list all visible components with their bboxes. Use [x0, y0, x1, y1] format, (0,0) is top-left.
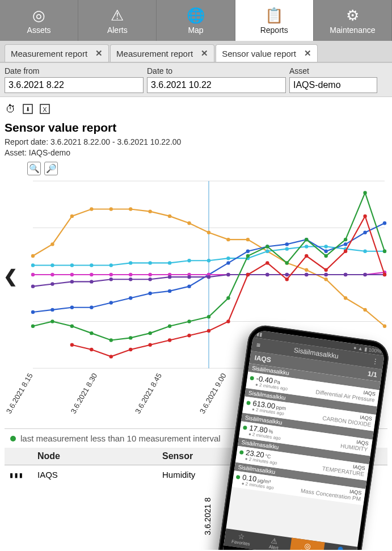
svg-point-102 [344, 273, 347, 276]
tab-sensor-value-report[interactable]: Sensor value report✕ [216, 44, 318, 62]
svg-point-128 [148, 343, 151, 346]
svg-point-120 [324, 254, 327, 258]
close-icon[interactable]: ✕ [199, 48, 208, 58]
svg-point-17 [168, 214, 171, 217]
svg-point-36 [168, 261, 171, 264]
asset-label: Asset [289, 66, 377, 75]
svg-point-140 [383, 273, 386, 276]
svg-point-48 [31, 310, 35, 314]
svg-point-110 [129, 336, 132, 339]
svg-point-18 [187, 221, 191, 225]
svg-point-96 [226, 273, 230, 276]
svg-point-114 [207, 315, 210, 318]
nav-maintenance[interactable]: ⚙Maintenance [314, 0, 392, 41]
svg-point-61 [285, 242, 289, 246]
tool-icons: ⏱ ⬇ X [0, 97, 392, 121]
svg-point-95 [207, 275, 210, 279]
svg-point-56 [187, 284, 191, 288]
nav-assets[interactable]: ◎Assets [0, 0, 78, 41]
svg-point-94 [187, 275, 191, 279]
date-from-label: Date from [5, 66, 144, 75]
svg-point-137 [324, 268, 327, 271]
svg-point-72 [129, 273, 132, 276]
svg-point-58 [226, 261, 230, 264]
globe-icon: 🌐 [187, 7, 205, 24]
alert-icon: ⚠ [111, 7, 124, 24]
svg-point-42 [285, 247, 289, 250]
svg-point-24 [305, 268, 308, 271]
svg-point-15 [129, 207, 132, 211]
svg-point-116 [246, 254, 250, 258]
date-from-input[interactable] [5, 77, 144, 93]
nav-map[interactable]: 🌐Map [157, 0, 235, 41]
svg-point-129 [168, 338, 171, 342]
svg-point-34 [129, 261, 132, 264]
nav-reports[interactable]: 📋Reports [235, 0, 314, 41]
report-title: Sensor value report [5, 121, 387, 134]
close-icon[interactable]: ✕ [302, 48, 311, 58]
tab-measurement-report-2[interactable]: Measurement report✕ [110, 44, 214, 62]
svg-point-138 [344, 249, 347, 253]
svg-point-37 [187, 259, 191, 262]
close-icon[interactable]: ✕ [93, 48, 103, 58]
legend-dot-green [10, 436, 16, 441]
svg-point-70 [90, 273, 93, 276]
zoom-out-icon[interactable]: 🔎 [44, 162, 58, 175]
svg-point-21 [246, 238, 250, 241]
svg-point-55 [168, 289, 171, 292]
svg-point-33 [109, 263, 113, 267]
sub-tab-bar: Measurement report✕ Measurement report✕ … [0, 41, 392, 62]
svg-point-117 [265, 245, 269, 248]
svg-text:3.6.2021 9.00: 3.6.2021 9.00 [198, 372, 228, 415]
svg-point-103 [363, 273, 366, 276]
nav-alerts[interactable]: ⚠Alerts [78, 0, 157, 41]
svg-point-26 [344, 296, 347, 300]
svg-point-31 [70, 263, 74, 267]
stopwatch-icon[interactable]: ⏱ [5, 103, 17, 115]
tab-measurement-report-1[interactable]: Measurement report✕ [5, 44, 109, 62]
main-nav: ◎Assets ⚠Alerts 🌐Map 📋Reports ⚙Maintenan… [0, 0, 392, 41]
svg-point-29 [31, 263, 35, 267]
svg-point-12 [70, 214, 74, 217]
svg-point-66 [383, 221, 386, 225]
svg-point-71 [109, 273, 113, 276]
svg-point-39 [226, 256, 230, 260]
svg-point-98 [265, 273, 269, 276]
svg-point-118 [285, 261, 289, 264]
svg-text:3.6.2021 8.45: 3.6.2021 8.45 [133, 372, 163, 415]
svg-point-90 [109, 277, 113, 281]
clipboard-icon: 📋 [265, 7, 283, 24]
target-icon: ◎ [32, 7, 45, 24]
svg-point-112 [168, 324, 171, 327]
svg-point-13 [90, 207, 93, 211]
svg-point-46 [363, 249, 366, 253]
svg-point-53 [129, 296, 132, 300]
bar-chart-icon: ▮▮▮ [9, 470, 23, 480]
svg-point-126 [109, 355, 113, 358]
svg-point-52 [109, 301, 113, 304]
svg-point-131 [207, 329, 210, 333]
svg-point-65 [363, 230, 366, 234]
svg-point-93 [168, 275, 171, 279]
svg-point-68 [50, 273, 54, 276]
svg-point-124 [70, 343, 74, 346]
chevron-left-icon[interactable]: ❮ [3, 266, 18, 286]
svg-point-91 [129, 277, 132, 281]
zoom-in-icon[interactable]: 🔍 [27, 162, 41, 175]
svg-point-123 [383, 249, 386, 253]
svg-point-99 [285, 273, 289, 276]
svg-point-111 [148, 331, 151, 335]
pdf-icon[interactable]: ⬇ [22, 103, 34, 115]
svg-point-51 [90, 305, 93, 309]
svg-point-69 [70, 273, 74, 276]
date-to-input[interactable] [147, 77, 286, 93]
report-date: Report date: 3.6.2021 8.22.00 - 3.6.2021… [5, 137, 387, 148]
svg-point-125 [90, 348, 93, 351]
svg-point-35 [148, 261, 151, 264]
svg-point-44 [324, 245, 327, 248]
excel-icon[interactable]: X [39, 103, 51, 115]
asset-input[interactable] [289, 77, 377, 93]
svg-point-16 [148, 209, 151, 213]
svg-point-87 [50, 282, 54, 285]
svg-point-10 [31, 254, 35, 258]
